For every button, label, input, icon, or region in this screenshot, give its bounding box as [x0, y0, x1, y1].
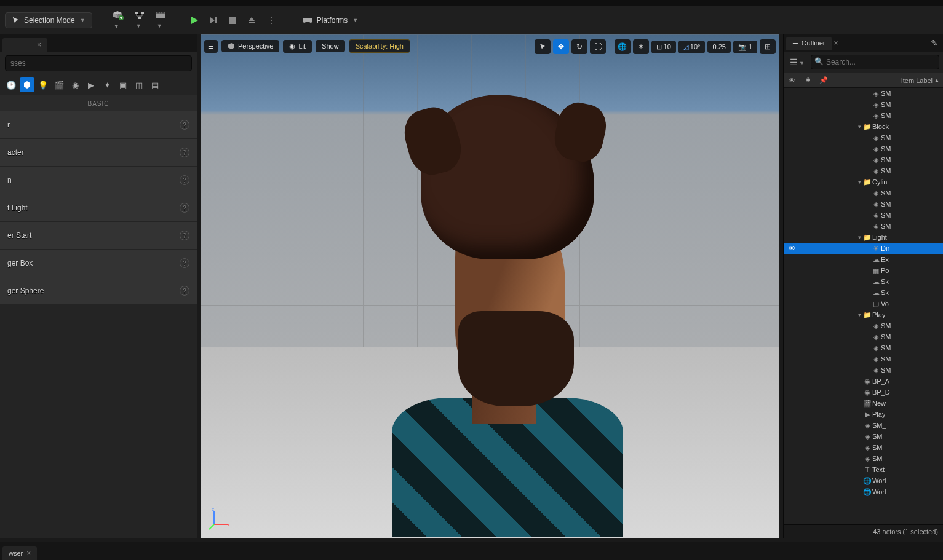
- outliner-item[interactable]: ◈SM: [784, 320, 943, 331]
- category-geometry-icon[interactable]: ▣: [116, 77, 130, 92]
- outliner-item[interactable]: ◈SM_: [784, 442, 943, 453]
- outliner-item[interactable]: ◈SM: [784, 342, 943, 353]
- outliner-item[interactable]: ◈SM: [784, 143, 943, 154]
- rotate-tool-button[interactable]: ↻: [571, 39, 587, 54]
- expander-icon[interactable]: ▾: [856, 312, 862, 318]
- outliner-item[interactable]: ◈SM: [784, 99, 943, 110]
- outliner-item[interactable]: ◈SM: [784, 331, 943, 342]
- pin-column-header[interactable]: 📌: [816, 73, 832, 87]
- place-actor-item[interactable]: er Start?: [0, 222, 197, 250]
- outliner-item[interactable]: ◈SM: [784, 199, 943, 210]
- close-icon[interactable]: ×: [37, 41, 41, 49]
- category-all-icon[interactable]: ▤: [148, 77, 162, 92]
- category-shapes-icon[interactable]: ◉: [68, 77, 82, 92]
- help-icon[interactable]: ?: [180, 258, 189, 268]
- visibility-column-header[interactable]: 👁: [784, 74, 800, 87]
- camera-speed-button[interactable]: 📷 1: [733, 41, 757, 53]
- outliner-item[interactable]: ◈SM: [784, 365, 943, 376]
- filter-icon[interactable]: ☰▼: [787, 56, 807, 68]
- outliner-item[interactable]: ◉BP_A: [784, 376, 943, 387]
- cinematics-button[interactable]: ▼: [151, 7, 170, 33]
- category-media-icon[interactable]: ▶: [84, 77, 98, 92]
- viewport-show-dropdown[interactable]: Show: [316, 40, 345, 52]
- outliner-item[interactable]: 🎬New: [784, 398, 943, 409]
- outliner-item[interactable]: ◈SM: [784, 132, 943, 143]
- outliner-item[interactable]: ◈SM_: [784, 420, 943, 431]
- outliner-item[interactable]: ◈SM: [784, 165, 943, 176]
- left-tab[interactable]: ×: [2, 38, 47, 52]
- viewport-perspective-dropdown[interactable]: Perspective: [221, 40, 279, 52]
- outliner-item[interactable]: 🌐Worl: [784, 486, 943, 497]
- outliner-item[interactable]: ◈SM: [784, 187, 943, 199]
- category-basic-icon[interactable]: [20, 77, 34, 92]
- help-icon[interactable]: ?: [180, 286, 189, 296]
- surface-snap-button[interactable]: ✶: [633, 39, 649, 54]
- close-icon[interactable]: ×: [26, 549, 31, 558]
- viewport-menu-button[interactable]: ☰: [204, 40, 218, 53]
- play-button[interactable]: [186, 13, 203, 28]
- skip-button[interactable]: [204, 12, 223, 28]
- outliner-item[interactable]: ◉BP_D: [784, 387, 943, 398]
- category-recent-icon[interactable]: 🕑: [4, 77, 18, 92]
- outliner-item[interactable]: ☁Sk: [784, 276, 943, 287]
- item-label-column-header[interactable]: Item Label ▲: [832, 74, 943, 87]
- outliner-item[interactable]: ◈SM: [784, 210, 943, 221]
- viewport-layout-button[interactable]: ⊞: [760, 39, 776, 54]
- outliner-item[interactable]: ◈SM_: [784, 431, 943, 442]
- place-actor-item[interactable]: ger Box?: [0, 250, 197, 277]
- outliner-item[interactable]: ☁Sk: [784, 287, 943, 298]
- blueprint-button[interactable]: ▼: [130, 7, 149, 33]
- outliner-item[interactable]: ◈SM: [784, 221, 943, 232]
- viewport-scalability-button[interactable]: Scalability: High: [349, 39, 410, 53]
- outliner-folder[interactable]: ▾📁Cylin: [784, 176, 943, 187]
- category-volumes-icon[interactable]: ◫: [132, 77, 146, 92]
- edit-icon[interactable]: ✎: [928, 37, 941, 49]
- world-local-toggle[interactable]: 🌐: [615, 39, 631, 54]
- help-icon[interactable]: ?: [180, 148, 189, 157]
- play-options-button[interactable]: ⋮: [262, 12, 281, 29]
- expander-icon[interactable]: ▾: [856, 124, 862, 130]
- add-content-button[interactable]: ▼: [108, 7, 129, 34]
- outliner-item[interactable]: ▶Play: [784, 409, 943, 420]
- outliner-item[interactable]: 🌐Worl: [784, 475, 943, 486]
- place-actor-item[interactable]: t Light?: [0, 194, 197, 222]
- selection-mode-dropdown[interactable]: Selection Mode ▼: [5, 12, 92, 28]
- outliner-item[interactable]: ◈SM: [784, 88, 943, 99]
- category-visual-effects-icon[interactable]: ✦: [100, 77, 114, 92]
- outliner-folder[interactable]: ▾📁Block: [784, 121, 943, 132]
- category-cinematic-icon[interactable]: 🎬: [52, 77, 66, 92]
- outliner-item[interactable]: ◈SM_: [784, 453, 943, 464]
- eject-button[interactable]: [242, 12, 261, 28]
- expander-icon[interactable]: ▾: [856, 234, 862, 240]
- scale-snap-button[interactable]: 0.25: [707, 41, 730, 53]
- outliner-folder[interactable]: ▾📁Play: [784, 309, 943, 320]
- category-lights-icon[interactable]: 💡: [36, 77, 50, 92]
- place-actor-item[interactable]: ger Sphere?: [0, 277, 197, 305]
- scale-tool-button[interactable]: ⛶: [590, 39, 606, 54]
- outliner-item[interactable]: ◈SM: [784, 110, 943, 121]
- outliner-item[interactable]: ▢Vo: [784, 298, 943, 309]
- outliner-search-input[interactable]: [811, 55, 939, 69]
- angle-snap-button[interactable]: ◿ 10°: [678, 41, 706, 53]
- stop-button[interactable]: [224, 13, 241, 28]
- close-icon[interactable]: ×: [834, 39, 838, 47]
- place-actor-item[interactable]: r?: [0, 111, 197, 139]
- outliner-item[interactable]: ▦Po: [784, 265, 943, 276]
- help-icon[interactable]: ?: [180, 231, 189, 240]
- help-icon[interactable]: ?: [180, 175, 189, 185]
- outliner-item[interactable]: ☁Ex: [784, 254, 943, 265]
- pinned-column-header[interactable]: ✱: [800, 73, 816, 87]
- outliner-tab[interactable]: ☰ Outliner: [786, 37, 832, 50]
- help-icon[interactable]: ?: [180, 120, 189, 130]
- content-browser-tab[interactable]: wser ×: [2, 546, 37, 560]
- outliner-folder[interactable]: ▾📁Light: [784, 232, 943, 243]
- viewport[interactable]: z x ☰ Perspective ◉ Lit Show Scalability…: [201, 34, 779, 538]
- translate-tool-button[interactable]: ✥: [553, 39, 569, 54]
- place-actor-item[interactable]: acter?: [0, 139, 197, 167]
- viewport-lit-dropdown[interactable]: ◉ Lit: [283, 40, 312, 53]
- select-tool-button[interactable]: [535, 39, 551, 54]
- place-actor-item[interactable]: n?: [0, 167, 197, 194]
- outliner-item[interactable]: ◈SM: [784, 353, 943, 365]
- platforms-dropdown[interactable]: Platforms ▼: [296, 13, 365, 28]
- grid-snap-button[interactable]: ⊞ 10: [651, 41, 676, 53]
